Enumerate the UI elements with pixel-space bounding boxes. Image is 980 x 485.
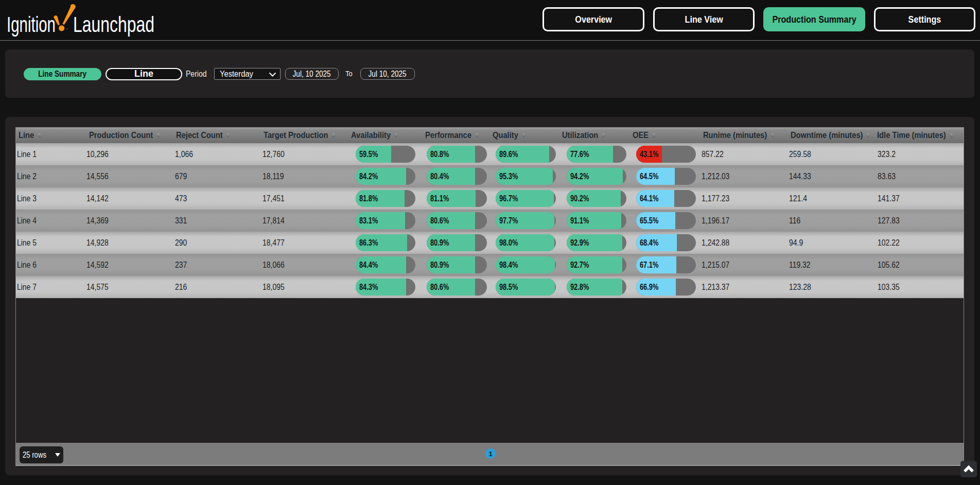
svg-text:™: ™ (65, 28, 68, 31)
svg-text:Launchpad: Launchpad (73, 12, 154, 37)
svg-text:Ignition: Ignition (7, 12, 56, 37)
